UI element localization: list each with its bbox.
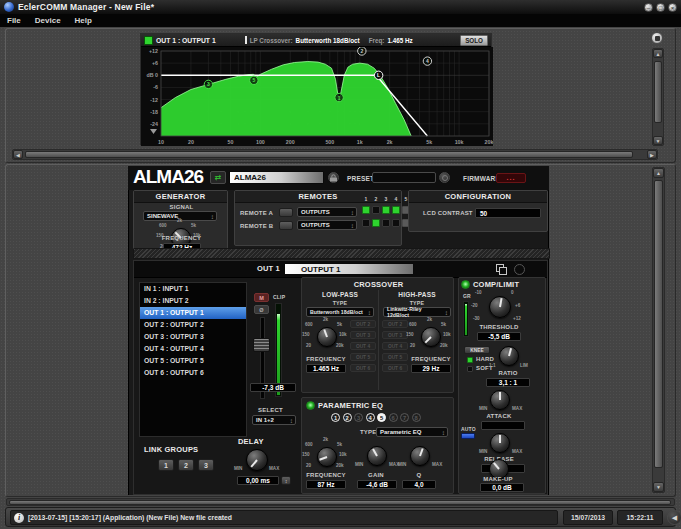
scroll-up-icon[interactable]: ▲: [653, 49, 663, 58]
channel-list[interactable]: IN 1 : INPUT 1 IN 2 : INPUT 2 OUT 1 : OU…: [139, 282, 247, 437]
makeup-knob[interactable]: [489, 459, 509, 479]
scroll-thumb[interactable]: [9, 500, 671, 505]
list-item-selected[interactable]: OUT 1 : OUTPUT 1: [140, 307, 246, 319]
remote-b-button[interactable]: [279, 221, 293, 230]
remote-led[interactable]: [382, 219, 390, 227]
eq-band-button[interactable]: 7: [400, 413, 409, 422]
remote-led[interactable]: [372, 206, 380, 214]
ratio-knob[interactable]: [499, 346, 519, 366]
fader-handle[interactable]: [253, 338, 270, 352]
scroll-down-icon[interactable]: ▼: [653, 136, 663, 145]
device-name-input[interactable]: [229, 171, 324, 184]
attack-knob[interactable]: [490, 390, 510, 410]
scroll-left-icon[interactable]: ◀: [13, 150, 23, 159]
highpass-frequency-knob[interactable]: [421, 327, 441, 347]
eq-q-knob[interactable]: [410, 446, 430, 466]
highpass-link-out[interactable]: OUT 2: [382, 320, 408, 328]
list-item[interactable]: IN 2 : INPUT 2: [140, 295, 246, 307]
eq-band-button[interactable]: 3: [354, 413, 363, 422]
collapse-log-button[interactable]: ◀: [667, 510, 681, 525]
eq-q-value[interactable]: 4,0: [402, 480, 436, 489]
menu-file[interactable]: File: [7, 16, 21, 25]
link-group-3-button[interactable]: 3: [198, 459, 214, 471]
attack-value[interactable]: [481, 421, 525, 430]
delay-value[interactable]: 0,00 ms: [237, 476, 279, 485]
polarity-button[interactable]: Ø: [254, 305, 269, 314]
lowpass-frequency-value[interactable]: 1.465 Hz: [306, 364, 346, 373]
lowpass-type-dropdown[interactable]: Butterworth 18dB/oct↕: [306, 307, 374, 317]
eq-band-button[interactable]: 1: [331, 413, 340, 422]
paste-icon[interactable]: [514, 264, 525, 275]
remote-a-button[interactable]: [279, 208, 293, 217]
bottom-horizontal-scrollbar[interactable]: [6, 498, 675, 506]
minimize-button[interactable]: –: [644, 3, 653, 12]
link-group-2-button[interactable]: 2: [178, 459, 194, 471]
lowpass-frequency-knob[interactable]: [317, 327, 337, 347]
eq-band-button[interactable]: 4: [366, 413, 375, 422]
detach-button[interactable]: [651, 32, 663, 44]
list-item[interactable]: OUT 4 : OUTPUT 4: [140, 343, 246, 355]
eq-gain-knob[interactable]: [367, 446, 387, 466]
eq-type-dropdown[interactable]: Parametric EQ↕: [376, 427, 448, 437]
eq-band-button[interactable]: 2: [343, 413, 352, 422]
list-item[interactable]: OUT 2 : OUTPUT 2: [140, 319, 246, 331]
threshold-knob[interactable]: [489, 296, 511, 318]
lowpass-link-out[interactable]: OUT 6: [350, 364, 376, 372]
mute-button[interactable]: M: [254, 293, 269, 302]
delay-knob[interactable]: [246, 449, 268, 471]
graph-vertical-scrollbar[interactable]: ▲ ▼: [652, 48, 664, 146]
highpass-frequency-value[interactable]: 29 Hz: [411, 364, 451, 373]
restore-button[interactable]: □: [656, 3, 665, 12]
comp-power-icon[interactable]: [461, 280, 470, 289]
scroll-right-icon[interactable]: ▶: [647, 150, 657, 159]
remote-led[interactable]: [392, 219, 400, 227]
eq-frequency-knob[interactable]: [317, 447, 337, 467]
lock-icon[interactable]: [328, 172, 339, 183]
delay-stepper[interactable]: ↕: [281, 476, 291, 485]
remote-led[interactable]: [362, 219, 370, 227]
list-item[interactable]: IN 1 : INPUT 1: [140, 283, 246, 295]
highpass-type-dropdown[interactable]: Linkwitz-Riley 12dB/oct↕: [383, 307, 451, 317]
scroll-thumb[interactable]: [654, 61, 662, 123]
remote-a-dropdown[interactable]: OUTPUTS↕: [297, 207, 357, 217]
hard-led[interactable]: [467, 357, 473, 363]
remote-led[interactable]: [372, 219, 380, 227]
response-plot[interactable]: +12+6dB 0-6-12-18-241020501002005001k2k5…: [141, 47, 493, 146]
eq-band-button[interactable]: 8: [412, 413, 421, 422]
lcd-contrast-value[interactable]: 50: [475, 208, 541, 218]
solo-button[interactable]: SOLO: [460, 35, 488, 46]
list-item[interactable]: OUT 5 : OUTPUT 5: [140, 355, 246, 367]
release-knob[interactable]: [490, 433, 510, 453]
highpass-link-out[interactable]: OUT 3: [382, 331, 408, 339]
remote-led[interactable]: [382, 206, 390, 214]
list-item[interactable]: OUT 6 : OUTPUT 6: [140, 367, 246, 379]
copy-icon[interactable]: [496, 264, 505, 273]
channel-name-field[interactable]: OUTPUT 1: [284, 263, 414, 275]
lowpass-link-out[interactable]: OUT 3: [350, 331, 376, 339]
lowpass-link-out[interactable]: OUT 2: [350, 320, 376, 328]
link-group-1-button[interactable]: 1: [158, 459, 174, 471]
remote-b-dropdown[interactable]: OUTPUTS↕: [297, 220, 357, 230]
scroll-up-icon[interactable]: ▲: [653, 168, 664, 178]
scroll-down-icon[interactable]: ▼: [653, 482, 664, 492]
scroll-thumb[interactable]: [25, 151, 633, 158]
ratio-value[interactable]: 3,1 : 1: [486, 378, 530, 387]
eq-frequency-value[interactable]: 87 Hz: [306, 480, 346, 489]
remote-led[interactable]: [392, 206, 400, 214]
remote-led[interactable]: [362, 206, 370, 214]
auto-toggle[interactable]: [461, 433, 475, 439]
highpass-link-out[interactable]: OUT 4: [382, 342, 408, 350]
title-bar[interactable]: EclerCOMM Manager - New File* – □ ×: [0, 0, 681, 14]
select-dropdown[interactable]: IN 1+2↕: [252, 415, 296, 425]
lowpass-link-out[interactable]: OUT 4: [350, 342, 376, 350]
threshold-value[interactable]: -5,5 dB: [477, 332, 521, 341]
highpass-link-out[interactable]: OUT 5: [382, 353, 408, 361]
list-item[interactable]: OUT 3 : OUTPUT 3: [140, 331, 246, 343]
network-icon[interactable]: ⇄: [210, 171, 226, 184]
device-vertical-scrollbar[interactable]: ▲ ▼: [652, 167, 665, 493]
scroll-thumb[interactable]: [654, 180, 663, 468]
lowpass-link-out[interactable]: OUT 5: [350, 353, 376, 361]
menu-device[interactable]: Device: [35, 16, 61, 25]
makeup-value[interactable]: 0,0 dB: [480, 483, 524, 492]
eq-gain-value[interactable]: -4,6 dB: [357, 480, 397, 489]
